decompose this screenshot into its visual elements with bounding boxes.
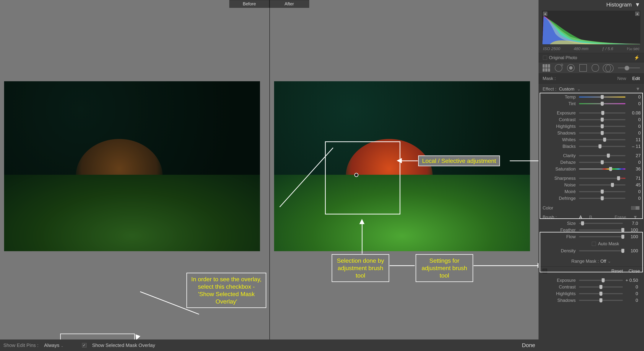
slider-value[interactable]: 0: [623, 284, 640, 290]
color-swatch[interactable]: [631, 206, 640, 210]
slider-knob[interactable]: [602, 278, 605, 282]
slider-knob[interactable]: [600, 285, 602, 289]
tool-slider[interactable]: [618, 67, 640, 68]
slider-exposure[interactable]: Exposure + 0.50: [542, 277, 640, 284]
slider-shadows[interactable]: Shadows 0: [542, 297, 640, 304]
original-photo-row[interactable]: Original Photo ⚡: [538, 53, 644, 62]
slider-track[interactable]: [579, 132, 626, 134]
panel-reset-button[interactable]: Reset: [611, 269, 623, 274]
range-mask-row[interactable]: Range Mask :Off ⌄: [538, 256, 644, 266]
slider-value[interactable]: 7.0: [623, 221, 640, 226]
show-overlay-label[interactable]: Show Selected Mask Overlay: [92, 343, 155, 348]
slider-value[interactable]: 0: [626, 160, 642, 165]
after-photo[interactable]: [274, 81, 530, 251]
slider-track[interactable]: [579, 236, 623, 237]
slider-track[interactable]: [579, 146, 626, 147]
slider-exposure[interactable]: Exposure 0.08: [542, 110, 642, 116]
slider-knob[interactable]: [617, 176, 620, 180]
slider-knob[interactable]: [598, 144, 602, 148]
slider-track[interactable]: [579, 230, 623, 231]
slider-track[interactable]: [579, 162, 626, 163]
slider-dehaze[interactable]: Dehaze 0: [542, 159, 642, 166]
mask-new[interactable]: New: [617, 76, 626, 81]
adjustment-brush-icon[interactable]: [604, 64, 611, 72]
slider-highlights[interactable]: Highlights 0: [542, 290, 640, 297]
slider-feather[interactable]: Feather 100: [542, 227, 640, 233]
slider-knob[interactable]: [601, 160, 604, 164]
slider-clarity[interactable]: Clarity 27: [542, 152, 642, 159]
slider-knob[interactable]: [601, 124, 604, 128]
slider-moiré[interactable]: Moiré 0: [542, 188, 642, 195]
before-tab[interactable]: Before: [229, 0, 269, 8]
after-tab[interactable]: After: [269, 0, 309, 8]
effect-menu-icon[interactable]: ⌄: [577, 86, 581, 92]
slider-track[interactable]: [579, 300, 623, 301]
color-row[interactable]: Color: [538, 204, 644, 212]
slider-value[interactable]: 100: [623, 234, 640, 239]
effect-value[interactable]: Custom: [559, 86, 574, 92]
slider-flow[interactable]: Flow 100: [542, 233, 640, 240]
slider-knob[interactable]: [601, 196, 604, 200]
slider-value[interactable]: + 0.50: [623, 278, 640, 283]
slider-knob[interactable]: [611, 183, 614, 187]
slider-value[interactable]: 27: [626, 153, 642, 158]
panel-close-button[interactable]: Close: [628, 269, 640, 274]
slider-track[interactable]: [579, 139, 626, 140]
panel-toggle-switch[interactable]: [542, 269, 547, 273]
spot-tool-icon[interactable]: [555, 64, 562, 72]
slider-knob[interactable]: [601, 131, 604, 135]
slider-knob[interactable]: [581, 221, 584, 225]
slider-knob[interactable]: [601, 95, 604, 99]
slider-knob[interactable]: [601, 118, 604, 122]
crop-tool-icon[interactable]: [542, 64, 550, 72]
slider-highlights[interactable]: Highlights 0: [542, 123, 642, 130]
slider-value[interactable]: 45: [626, 182, 642, 188]
brush-a[interactable]: A: [579, 215, 582, 220]
slider-knob[interactable]: [609, 167, 612, 171]
slider-track[interactable]: [579, 191, 626, 192]
slider-track[interactable]: [579, 103, 626, 104]
brush-erase[interactable]: Erase: [615, 215, 626, 220]
original-photo-checkbox[interactable]: [543, 56, 547, 60]
graduated-filter-icon[interactable]: [580, 64, 587, 72]
slider-value[interactable]: 71: [626, 176, 642, 181]
slider-track[interactable]: [579, 250, 623, 251]
effect-disclosure-icon[interactable]: ▼: [636, 86, 640, 92]
slider-value[interactable]: 0: [626, 117, 642, 122]
slider-track[interactable]: [579, 155, 626, 156]
slider-knob[interactable]: [600, 292, 602, 296]
slider-value[interactable]: 0.08: [626, 110, 642, 116]
done-button[interactable]: Done: [522, 342, 535, 349]
slider-knob[interactable]: [603, 138, 606, 142]
slider-tint[interactable]: Tint 0: [542, 100, 642, 107]
show-overlay-checkbox[interactable]: ✓: [82, 343, 86, 348]
compare-divider[interactable]: [270, 0, 270, 341]
slider-track[interactable]: [579, 96, 626, 98]
slider-knob[interactable]: [607, 154, 610, 158]
slider-whites[interactable]: Whites 11: [542, 136, 642, 143]
slider-knob[interactable]: [601, 111, 604, 115]
slider-blacks[interactable]: Blacks – 11: [542, 143, 642, 150]
mask-edit-pin[interactable]: [354, 173, 358, 177]
slider-value[interactable]: 0: [626, 94, 642, 100]
slider-track[interactable]: [579, 178, 626, 179]
slider-value[interactable]: 100: [623, 227, 640, 233]
slider-track[interactable]: [579, 126, 626, 127]
slider-knob[interactable]: [601, 102, 604, 106]
slider-value[interactable]: 0: [623, 298, 640, 303]
slider-knob[interactable]: [621, 228, 624, 232]
slider-value[interactable]: 0: [626, 196, 642, 201]
slider-knob[interactable]: [600, 298, 602, 302]
redeye-tool-icon[interactable]: [567, 64, 574, 72]
slider-defringe[interactable]: Defringe 0: [542, 195, 642, 202]
slider-track[interactable]: [579, 119, 626, 120]
histogram[interactable]: ▲ ▲: [542, 11, 640, 44]
histogram-header[interactable]: Histogram ▼: [538, 0, 644, 9]
slider-track[interactable]: [579, 280, 623, 281]
slider-size[interactable]: Size 7.0: [542, 220, 640, 227]
slider-track[interactable]: [579, 184, 626, 186]
automask-checkbox[interactable]: [592, 242, 596, 246]
slider-temp[interactable]: Temp 0: [542, 94, 642, 100]
mask-edit[interactable]: Edit: [632, 76, 640, 81]
slider-noise[interactable]: Noise 45: [542, 182, 642, 188]
